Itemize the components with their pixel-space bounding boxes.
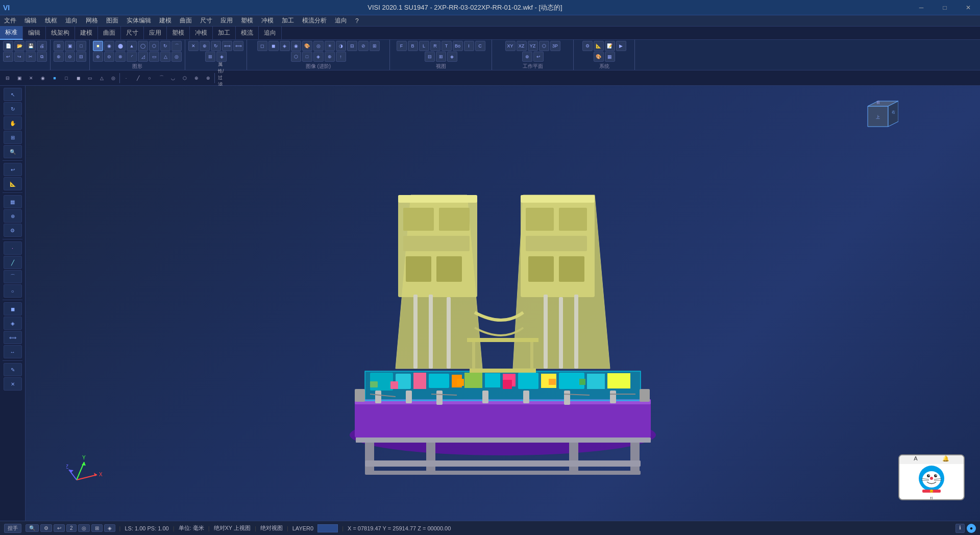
menu-punch[interactable]: 冲模 [257,15,278,26]
btn-view-4[interactable]: ⊞ [436,52,446,62]
btn-sys-cad[interactable]: 📐 [594,41,604,51]
btn-shade-trans[interactable]: ◉ [291,41,301,51]
btn-wp-xy[interactable]: XY [505,41,516,51]
btn-fly[interactable]: ↑ [336,52,346,62]
menu-file[interactable]: 文件 [0,15,20,26]
tab-edit[interactable]: 编辑 [23,27,46,39]
btn-r2-13[interactable]: ○ [144,72,155,84]
tab-model[interactable]: 建模 [75,27,98,39]
sidebar-note[interactable]: ✎ [4,363,22,376]
btn-draft[interactable]: △ [160,52,170,62]
btn-r2-12[interactable]: ╱ [132,72,143,84]
btn-r2-3[interactable]: ✕ [26,72,37,84]
btn-r2-7[interactable]: ◼ [72,72,84,84]
btn-r2-11[interactable]: · [120,72,132,84]
btn-bool-inter[interactable]: ⊗ [115,52,126,62]
btn-sys-toolbar[interactable]: ▦ [605,52,615,62]
menu-mold[interactable]: 模流分析 [298,15,331,26]
sidebar-curve[interactable]: ⌒ [4,270,22,283]
btn-solid-cyl[interactable]: ⬤ [115,41,126,51]
status-icon-4[interactable]: 2 [66,524,77,532]
status-info-btn[interactable]: ℹ [955,524,965,533]
sidebar-surface[interactable]: ◈ [4,317,22,330]
status-icon-2[interactable]: ⚙ [40,524,52,532]
status-icon-1[interactable]: 🔍 [26,524,39,532]
sidebar-measure[interactable]: 📐 [4,177,22,190]
sidebar-circle[interactable]: ○ [4,284,22,298]
btn-r2-15[interactable]: ◡ [167,72,179,84]
menu-plastic[interactable]: 塑模 [237,15,257,26]
menu-reverse[interactable]: 追向 [331,15,351,26]
menu-drawing[interactable]: 图面 [102,15,122,26]
btn-solid-cone[interactable]: ▲ [127,41,137,51]
3d-model[interactable] [324,144,681,476]
btn-view-left[interactable]: L [419,41,429,51]
btn-ortho[interactable]: □ [302,52,312,62]
tab-dim[interactable]: 尺寸 [121,27,144,39]
btn-zoom-in[interactable]: ⊕ [54,52,64,62]
btn-r2-14[interactable]: ⌒ [156,72,167,84]
menu-surface[interactable]: 曲面 [176,15,196,26]
btn-filter-mode[interactable]: 属性/过滤器 [215,72,227,84]
btn-shade-wire[interactable]: ◻ [257,41,267,51]
btn-view-bot[interactable]: Bo [453,41,463,51]
btn-view-front[interactable]: F [397,41,407,51]
btn-render[interactable]: 🎨 [302,41,312,51]
sidebar-point[interactable]: · [4,241,22,255]
btn-r2-6[interactable]: □ [61,72,72,84]
btn-wp-face[interactable]: ⬡ [539,41,549,51]
btn-solid-extrude[interactable]: ⬡ [149,41,159,51]
sidebar-delete[interactable]: ✕ [4,377,22,391]
btn-r2-17[interactable]: ⊕ [191,72,202,84]
btn-solid-sphere[interactable]: ◉ [104,41,114,51]
btn-mirror[interactable]: ⟺ [233,41,243,51]
tab-punch[interactable]: 冲模 [190,27,213,39]
btn-view-custom[interactable]: C [475,41,485,51]
viewport[interactable]: 上 右 前 X Y Z A 🔔 [26,86,980,521]
btn-array[interactable]: ⊞ [205,52,215,62]
btn-deselect[interactable]: □ [76,41,86,51]
sidebar-zoom-fit[interactable]: ⊞ [4,131,22,144]
status-icon-7[interactable]: ◈ [104,524,115,532]
btn-r2-9[interactable]: △ [96,72,107,84]
menu-edit[interactable]: 编辑 [20,15,41,26]
btn-view-back[interactable]: B [408,41,418,51]
btn-wp-xz[interactable]: XZ [517,41,527,51]
btn-stereo[interactable]: ◈ [313,52,324,62]
sidebar-select[interactable]: ↖ [4,88,22,101]
btn-edge[interactable]: ⊟ [347,41,357,51]
btn-shade-flat[interactable]: ◼ [268,41,279,51]
btn-material[interactable]: ◎ [313,41,324,51]
btn-solid-revolve[interactable]: ↻ [160,41,170,51]
tab-machine[interactable]: 加工 [213,27,236,39]
sidebar-zoom-win[interactable]: 🔍 [4,145,22,158]
btn-sys-script[interactable]: 📝 [605,41,615,51]
btn-offset[interactable]: ◈ [216,52,227,62]
btn-r2-10[interactable]: ◎ [108,72,119,84]
menu-help[interactable]: ? [351,16,363,26]
close-button[interactable]: ✕ [957,0,980,15]
btn-redo[interactable]: ↪ [14,52,24,62]
btn-print[interactable]: 🖨 [37,41,47,51]
menu-solid-edit[interactable]: 实体编辑 [122,15,155,26]
btn-view-top[interactable]: T [442,41,452,51]
sidebar-props[interactable]: ⚙ [4,224,22,237]
sidebar-layer[interactable]: ▦ [4,195,22,208]
btn-wp-reset[interactable]: ↩ [533,52,544,62]
btn-cut[interactable]: ✂ [26,52,36,62]
btn-zoom-out[interactable]: ⊖ [65,52,75,62]
status-end-btn[interactable]: ● [967,524,976,533]
tab-wireframe[interactable]: 线架构 [46,27,75,39]
btn-light[interactable]: ☀ [325,41,335,51]
menu-model[interactable]: 建模 [155,15,176,26]
btn-r2-1[interactable]: ⊟ [2,72,13,84]
menu-backward[interactable]: 追向 [61,15,82,26]
btn-wp-3pt[interactable]: 3P [550,41,560,51]
btn-bool-sub[interactable]: ⊖ [104,52,114,62]
sidebar-xform[interactable]: ⟺ [4,331,22,344]
tab-standard[interactable]: 标准 [0,26,23,40]
sidebar-line[interactable]: ╱ [4,256,22,269]
btn-open[interactable]: 📂 [14,41,24,51]
btn-view-split[interactable]: ⊟ [425,52,435,62]
btn-undo[interactable]: ↩ [3,52,13,62]
